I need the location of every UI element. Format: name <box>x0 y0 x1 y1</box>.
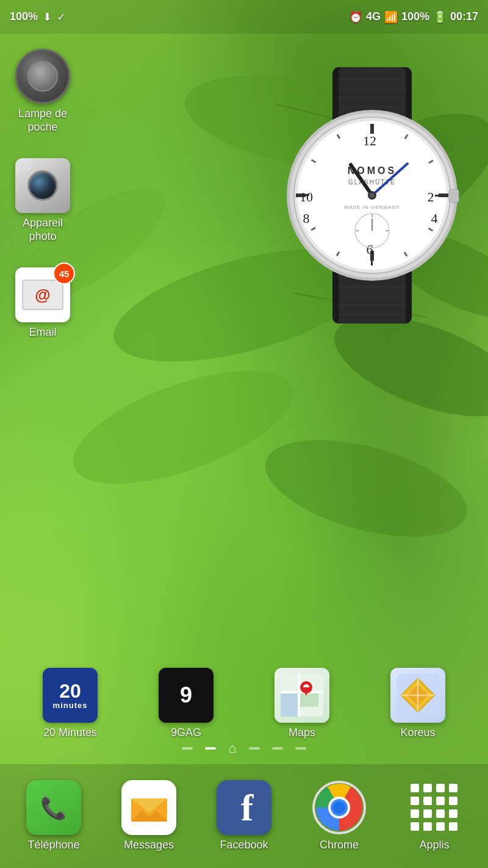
app-lampe-de-poche[interactable]: Lampe de poche <box>15 49 70 134</box>
email-icon-img: 45 @ <box>15 267 70 322</box>
battery-percentage: 100% <box>401 10 429 23</box>
flashlight-icon-img <box>15 49 70 104</box>
app-9gag[interactable]: 9 9GAG <box>159 668 214 740</box>
apps-dot-1 <box>411 784 419 792</box>
app-9gag-label: 9GAG <box>171 726 201 740</box>
app-maps-label: Maps <box>289 726 315 740</box>
apps-dot-6 <box>423 797 432 805</box>
app-koreus[interactable]: Koreus <box>390 668 445 740</box>
svg-point-64 <box>370 193 375 198</box>
app-koreus-label: Koreus <box>400 726 435 740</box>
svg-rect-30 <box>449 189 459 203</box>
clock-time: 00:17 <box>450 10 478 23</box>
watch-svg: 12 2 4 6 10 8 NOMOS GLASHÜTTE MADE IN GE… <box>274 67 470 324</box>
koreus-icon-img <box>390 668 445 723</box>
dock-messages-label: Messages <box>124 839 174 852</box>
dock-chrome-label: Chrome <box>320 839 359 852</box>
camera-flash <box>23 164 31 170</box>
dock-facebook[interactable]: f Facebook <box>217 780 271 852</box>
apps-grid <box>411 784 459 832</box>
app-lampe-label: Lampe de poche <box>18 107 67 134</box>
apps-dot-14 <box>423 822 432 831</box>
app-email-label: Email <box>29 326 56 339</box>
apps-dot-10 <box>423 809 432 818</box>
apps-dot-2 <box>423 784 432 792</box>
app-twenty-minutes[interactable]: 20 minutes 20 Minutes <box>43 668 98 740</box>
maps-icon-img <box>274 668 329 723</box>
dock-phone-label: Téléphone <box>27 839 79 852</box>
facebook-icon-img: f <box>217 780 271 835</box>
page-dot-home: ⌂ <box>205 747 216 750</box>
dock-chrome[interactable]: Chrome <box>312 780 367 852</box>
dock-apps-label: Applis <box>419 839 449 852</box>
svg-rect-37 <box>435 195 442 197</box>
alarm-icon: ⏰ <box>349 10 362 24</box>
twenty-minutes-text: 20 minutes <box>53 681 88 710</box>
svg-rect-68 <box>300 693 318 707</box>
app-camera[interactable]: Appareil photo <box>15 158 70 243</box>
app-twenty-minutes-label: 20 Minutes <box>43 726 97 740</box>
apps-dot-8 <box>449 797 458 805</box>
phone-icon-img: 📞 <box>26 780 81 835</box>
apps-dot-5 <box>411 797 419 805</box>
chrome-icon-img <box>312 780 367 835</box>
dock-phone[interactable]: 📞 Téléphone <box>26 780 81 852</box>
status-left: 100% ⬇ ✓ <box>10 10 66 24</box>
status-right: ⏰ 4G 📶 100% 🔋 00:17 <box>349 10 478 24</box>
svg-text:2: 2 <box>428 189 434 204</box>
apps-dot-9 <box>411 809 419 818</box>
apps-dot-11 <box>436 809 445 818</box>
svg-text:12: 12 <box>363 133 376 148</box>
status-bar: 100% ⬇ ✓ ⏰ 4G 📶 100% 🔋 00:17 <box>0 0 488 34</box>
apps-icon-img <box>407 780 462 835</box>
apps-dot-7 <box>436 797 445 805</box>
page-dot-3 <box>249 747 260 750</box>
apps-dot-16 <box>449 822 458 831</box>
dock-messages[interactable]: Messages <box>121 780 176 852</box>
download-icon: ⬇ <box>43 10 52 24</box>
dock: 📞 Téléphone Messages f Facebook <box>0 764 488 868</box>
check-icon: ✓ <box>57 10 66 24</box>
svg-text:10: 10 <box>300 189 313 204</box>
battery-icon: 🔋 <box>433 10 447 24</box>
app-maps[interactable]: Maps <box>274 668 329 740</box>
app-email[interactable]: 45 @ Email <box>15 267 70 339</box>
watch-widget[interactable]: 12 2 4 6 10 8 NOMOS GLASHÜTTE MADE IN GE… <box>274 67 470 324</box>
twenty-minutes-icon-img: 20 minutes <box>43 668 98 723</box>
home-page-icon: ⌂ <box>228 742 236 755</box>
camera-lens <box>27 170 58 201</box>
apps-dot-3 <box>436 784 445 792</box>
apps-dot-4 <box>449 784 458 792</box>
email-at-symbol: @ <box>35 286 50 305</box>
svg-text:4: 4 <box>431 211 438 226</box>
svg-rect-40 <box>371 258 373 266</box>
apps-dot-15 <box>436 822 445 831</box>
battery-percentage-left: 100% <box>10 10 38 23</box>
svg-rect-69 <box>281 693 298 717</box>
dock-facebook-label: Facebook <box>220 839 268 852</box>
svg-text:8: 8 <box>303 211 310 226</box>
svg-text:📞: 📞 <box>40 795 67 821</box>
svg-text:MADE IN GERMANY: MADE IN GERMANY <box>344 204 400 210</box>
svg-point-86 <box>333 801 345 814</box>
signal-icon: 📶 <box>384 10 398 24</box>
apps-dot-12 <box>449 809 458 818</box>
messages-icon-img <box>121 780 176 835</box>
page-dot-1 <box>182 747 193 750</box>
page-indicators: ⌂ ⌂ <box>0 742 488 755</box>
network-type: 4G <box>366 10 381 23</box>
page-dot-4 <box>272 747 283 750</box>
apps-dot-13 <box>411 822 419 831</box>
flashlight-lens <box>27 61 58 92</box>
page-dot-5 <box>295 747 306 750</box>
svg-text:6: 6 <box>367 242 373 257</box>
dock-apps[interactable]: Applis <box>407 780 462 852</box>
app-camera-label: Appareil photo <box>23 217 63 243</box>
app-row-bottom: 20 minutes 20 Minutes 9 9GAG <box>0 668 488 740</box>
svg-rect-31 <box>370 124 374 134</box>
svg-rect-67 <box>298 674 300 717</box>
facebook-f-letter: f <box>241 789 254 826</box>
ninegag-icon-img: 9 <box>159 668 214 723</box>
email-envelope: @ <box>22 280 63 310</box>
camera-icon-img <box>15 158 70 213</box>
